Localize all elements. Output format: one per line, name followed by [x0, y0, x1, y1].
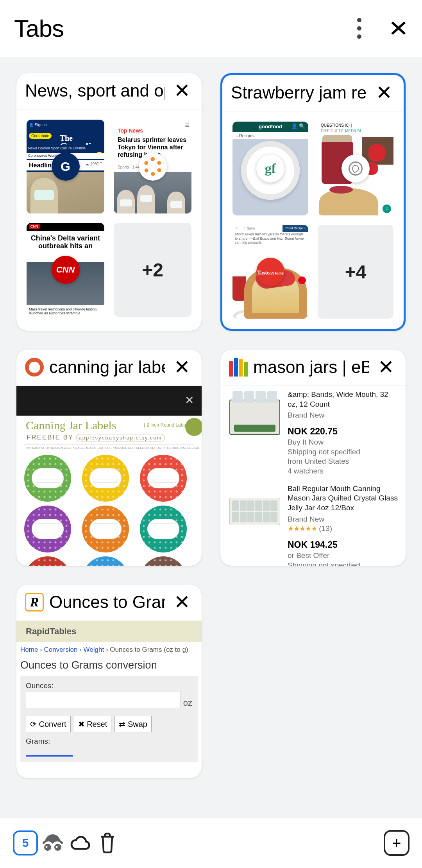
thumb-goodfood[interactable]: goodfood 👤 🔍 › Recipes gf [232, 122, 308, 215]
tab-mason-jars[interactable]: mason jars | eBay ✕ &amp; Bands, Wid [220, 350, 406, 566]
reset-button[interactable]: ✖ Reset [74, 716, 112, 732]
jar-label [24, 455, 71, 502]
listing-row: &amp; Bands, Wide Mouth, 32 oz, 12 Count… [220, 386, 406, 480]
listing-thumb [227, 390, 283, 445]
jar-label [24, 556, 71, 566]
tab-group-title: Strawberry jam recipes [231, 83, 367, 102]
tasteofhome-favicon: TasteofHome [256, 258, 284, 286]
ounces-input[interactable] [26, 692, 181, 708]
ounces-label: Ounces: [26, 681, 192, 690]
delete-tabs-icon[interactable] [94, 829, 121, 857]
label-grid [24, 455, 194, 566]
cloud-sync-icon[interactable] [66, 829, 94, 857]
thumb-cnn[interactable]: CNN China's Delta variant outbreak hits … [27, 223, 104, 317]
duckduckgo-favicon [25, 358, 44, 377]
incognito-icon[interactable] [39, 829, 66, 857]
tab-canning-labels[interactable]: canning jar labels ✕ ✕ Canning Jar Label… [16, 350, 202, 566]
tab-title: canning jar labels [49, 357, 165, 377]
group-more-tabs[interactable]: +2 [114, 223, 191, 317]
tab-group-jam[interactable]: Strawberry jam recipes ✕ goodfood 👤 🔍 › … [220, 73, 406, 331]
app-header: Tabs ✕ [0, 0, 422, 57]
group-more-tabs[interactable]: +4 [318, 225, 393, 319]
convert-button[interactable]: ⟳ Convert [26, 716, 71, 732]
jar-label [24, 506, 71, 552]
listing-thumb [227, 484, 283, 539]
tab-count-button[interactable]: 5 [12, 829, 39, 857]
thumb-tasteofhome[interactable]: ↗♡ Save Read Recipe › about seven half-p… [232, 225, 308, 319]
grams-label: Grams: [26, 737, 192, 746]
overlay-close-icon: ✕ [185, 394, 194, 407]
close-group-icon[interactable]: ✕ [170, 79, 194, 102]
tab-ounces-to-grams[interactable]: R Ounces to Grams ✕ RapidTables Home › C… [16, 585, 202, 778]
thumb-sweetsimple[interactable]: QUESTIONS (0) | DIFFICULTY: MEDIUM ≡ [318, 122, 393, 215]
badge-icon [185, 418, 202, 436]
tab-overview: News, sport and opinion ✕ 👤 Sign in TheG… [0, 57, 422, 819]
jar-label [82, 455, 129, 502]
breadcrumb: Home › Conversion › Weight › Ounces to G… [16, 642, 202, 658]
ebay-favicon [229, 358, 248, 377]
topnews-favicon [139, 152, 167, 181]
bottom-toolbar: 5 + [0, 818, 422, 868]
jar-label [140, 455, 187, 502]
tab-group-news[interactable]: News, sport and opinion ✕ 👤 Sign in TheG… [16, 73, 202, 331]
close-tabs-icon[interactable]: ✕ [388, 17, 409, 40]
close-tab-icon[interactable]: ✕ [170, 591, 194, 613]
site-brand: RapidTables [16, 621, 202, 642]
close-tab-icon[interactable]: ✕ [374, 356, 398, 378]
sweetsimple-favicon [342, 154, 370, 183]
rapidtables-favicon: R [25, 593, 44, 612]
page-heading: Ounces to Grams conversion [16, 658, 202, 676]
new-tab-button[interactable]: + [383, 829, 410, 857]
tab-title: Ounces to Grams [49, 592, 165, 612]
listing-row: Ball Regular Mouth Canning Mason Jars Qu… [220, 480, 406, 566]
page-title: Tabs [14, 14, 357, 42]
close-group-icon[interactable]: ✕ [372, 81, 396, 104]
more-options-icon[interactable] [357, 18, 361, 39]
jar-label [140, 506, 187, 552]
jar-label [82, 506, 129, 552]
jar-label [82, 556, 129, 566]
svg-point-0 [46, 846, 48, 848]
jar-label [140, 556, 187, 566]
tab-title: mason jars | eBay [253, 357, 369, 377]
thumb-topnews[interactable]: ≡ Top News Belarus sprinter leaves Tokyo… [114, 120, 191, 213]
guardian-favicon: G [52, 152, 80, 181]
thumb-guardian[interactable]: 👤 Sign in TheGuardian Contribute News Op… [27, 120, 104, 213]
swap-button[interactable]: ⇄ Swap [114, 716, 152, 732]
close-tab-icon[interactable]: ✕ [170, 356, 194, 378]
tab-group-title: News, sport and opinion [25, 81, 165, 100]
cnn-favicon: CNN [52, 256, 80, 284]
svg-point-1 [56, 846, 58, 848]
goodfood-favicon: gf [256, 154, 284, 183]
